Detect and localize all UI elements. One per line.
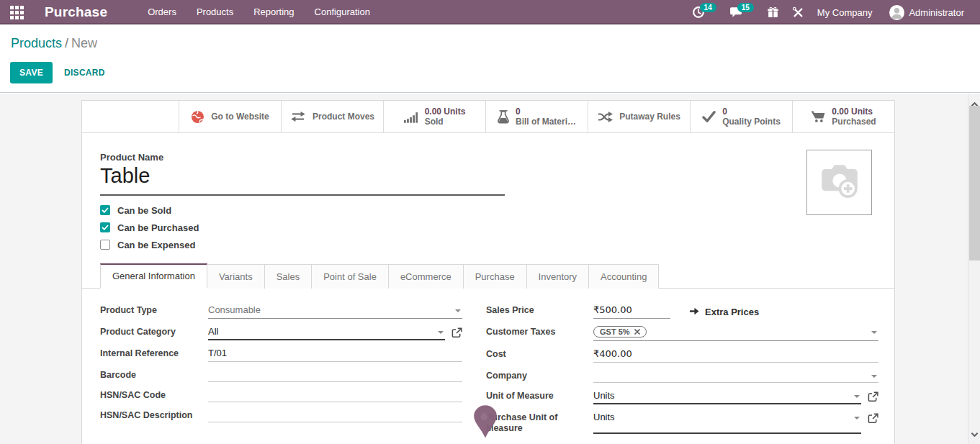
shuffle-icon bbox=[598, 111, 613, 123]
product-category-label: Product Category bbox=[100, 325, 208, 340]
transfer-arrows-icon bbox=[290, 111, 306, 122]
extra-prices-link[interactable]: Extra Prices bbox=[689, 304, 759, 319]
chevron-down-icon[interactable] bbox=[871, 331, 877, 334]
messages-button[interactable]: 15 bbox=[723, 0, 760, 24]
purchase-unit-of-measure-label: Purchase Unit of Measure bbox=[486, 411, 593, 434]
flask-icon bbox=[498, 110, 509, 124]
stat-value: 0.00 Units bbox=[425, 107, 466, 117]
tab-point-of-sale[interactable]: Point of Sale bbox=[311, 264, 389, 289]
units-sold-button[interactable]: 0.00 Units Sold bbox=[383, 101, 485, 132]
camera-plus-icon bbox=[817, 161, 862, 204]
hsn-sac-description-label: HSN/SAC Description bbox=[100, 409, 208, 422]
chevron-down-icon[interactable] bbox=[438, 331, 444, 334]
checkbox-checked-icon[interactable] bbox=[100, 222, 110, 232]
chevron-down-icon[interactable] bbox=[871, 375, 877, 378]
vertical-scrollbar[interactable] bbox=[968, 94, 980, 444]
save-button[interactable]: SAVE bbox=[10, 62, 53, 83]
menu-orders[interactable]: Orders bbox=[138, 0, 186, 24]
tools-button[interactable] bbox=[786, 0, 810, 24]
product-type-select[interactable]: Consumable bbox=[208, 304, 462, 319]
internal-reference-label: Internal Reference bbox=[100, 347, 208, 362]
external-link-icon[interactable] bbox=[868, 413, 878, 424]
putaway-rules-button[interactable]: Putaway Rules bbox=[588, 101, 690, 132]
barcode-input[interactable] bbox=[208, 368, 462, 382]
general-information-panel: Product Type Consumable Product Category… bbox=[82, 289, 894, 440]
hsn-sac-description-input[interactable] bbox=[208, 409, 462, 422]
apps-grid-icon[interactable] bbox=[10, 6, 24, 19]
tab-sales[interactable]: Sales bbox=[264, 264, 313, 289]
company-switcher[interactable]: My Company bbox=[810, 7, 880, 18]
stat-value: 0 bbox=[516, 107, 576, 117]
discard-button[interactable]: DISCARD bbox=[64, 68, 105, 78]
chevron-down-icon[interactable] bbox=[854, 395, 860, 398]
form-right-column: Sales Price ₹500.00 Extra Prices Custome… bbox=[486, 304, 878, 440]
sales-price-input[interactable]: ₹500.00 bbox=[593, 304, 670, 319]
tab-ecommerce[interactable]: eCommerce bbox=[388, 264, 464, 289]
can-be-sold-option[interactable]: Can be Sold bbox=[100, 205, 876, 216]
stat-empty-cell bbox=[82, 101, 179, 132]
product-name-input[interactable]: Table bbox=[100, 163, 505, 196]
purchase-unit-of-measure-select[interactable]: Units bbox=[593, 411, 861, 434]
check-icon bbox=[702, 111, 716, 122]
gift-button[interactable] bbox=[760, 0, 786, 24]
menu-products[interactable]: Products bbox=[186, 0, 243, 24]
tab-variants[interactable]: Variants bbox=[207, 264, 265, 289]
app-title[interactable]: Purchase bbox=[45, 4, 107, 20]
scroll-down-arrow[interactable] bbox=[971, 427, 979, 440]
systray: 14 15 My Company Administrator bbox=[685, 0, 980, 24]
cost-input[interactable]: ₹400.00 bbox=[593, 348, 878, 363]
content-area: Go to Website Product Moves 0.00 Units S… bbox=[0, 94, 980, 444]
sales-price-label: Sales Price bbox=[486, 304, 593, 319]
chevron-down-icon[interactable] bbox=[854, 417, 860, 420]
tab-general-information[interactable]: General Information bbox=[100, 263, 207, 289]
product-image-upload[interactable] bbox=[806, 150, 872, 215]
hsn-sac-code-input[interactable] bbox=[208, 389, 462, 402]
tab-inventory[interactable]: Inventory bbox=[526, 264, 589, 289]
tools-icon bbox=[792, 6, 804, 18]
tab-purchase[interactable]: Purchase bbox=[463, 264, 527, 289]
chevron-down-icon[interactable] bbox=[455, 309, 461, 312]
can-be-purchased-option[interactable]: Can be Purchased bbox=[100, 222, 876, 233]
message-count-badge: 15 bbox=[737, 3, 754, 12]
scrollbar-thumb[interactable] bbox=[969, 106, 980, 260]
quality-points-button[interactable]: 0 Quality Points bbox=[690, 101, 792, 132]
user-name: Administrator bbox=[909, 7, 971, 18]
stat-button-box: Go to Website Product Moves 0.00 Units S… bbox=[82, 101, 894, 133]
go-to-website-button[interactable]: Go to Website bbox=[179, 101, 281, 132]
company-select[interactable] bbox=[593, 369, 878, 383]
main-menu: Orders Products Reporting Configuration bbox=[138, 0, 380, 24]
control-panel: Products/New SAVE DISCARD bbox=[0, 24, 980, 93]
checkbox-unchecked-icon[interactable] bbox=[100, 240, 110, 250]
customer-taxes-input[interactable]: GST 5% bbox=[593, 325, 878, 341]
units-purchased-button[interactable]: 0.00 Units Purchased bbox=[792, 101, 894, 132]
menu-reporting[interactable]: Reporting bbox=[243, 0, 304, 24]
notebook-tabs: General Information Variants Sales Point… bbox=[82, 263, 894, 289]
checkbox-checked-icon[interactable] bbox=[100, 205, 110, 215]
can-be-expensed-option[interactable]: Can be Expensed bbox=[100, 240, 876, 250]
stat-label: Quality Points bbox=[722, 117, 781, 127]
hsn-sac-code-label: HSN/SAC Code bbox=[100, 389, 208, 402]
external-link-icon[interactable] bbox=[451, 327, 462, 338]
stat-value: 0 bbox=[722, 107, 781, 117]
product-name-label: Product Name bbox=[100, 152, 876, 163]
activities-button[interactable]: 14 bbox=[685, 0, 723, 24]
tab-accounting[interactable]: Accounting bbox=[588, 264, 659, 289]
remove-tag-icon[interactable] bbox=[634, 329, 640, 335]
product-category-select[interactable]: All bbox=[208, 325, 445, 340]
unit-of-measure-select[interactable]: Units bbox=[593, 389, 861, 404]
menu-configuration[interactable]: Configuration bbox=[305, 0, 380, 24]
gift-icon bbox=[767, 6, 779, 19]
user-menu[interactable]: Administrator bbox=[889, 5, 971, 20]
form-left-column: Product Type Consumable Product Category… bbox=[100, 304, 462, 440]
external-link-icon[interactable] bbox=[868, 391, 878, 402]
internal-reference-input[interactable]: T/01 bbox=[208, 347, 462, 362]
product-moves-button[interactable]: Product Moves bbox=[281, 101, 383, 132]
breadcrumb-separator: / bbox=[62, 36, 71, 50]
breadcrumb-products-link[interactable]: Products bbox=[11, 36, 62, 50]
bar-chart-icon bbox=[404, 111, 418, 123]
stat-label: Sold bbox=[425, 117, 444, 127]
stat-label: Product Moves bbox=[313, 112, 374, 122]
bill-of-materials-button[interactable]: 0 Bill of Materi… bbox=[485, 101, 588, 132]
company-label: Company bbox=[486, 369, 593, 383]
option-label: Can be Purchased bbox=[117, 222, 199, 233]
